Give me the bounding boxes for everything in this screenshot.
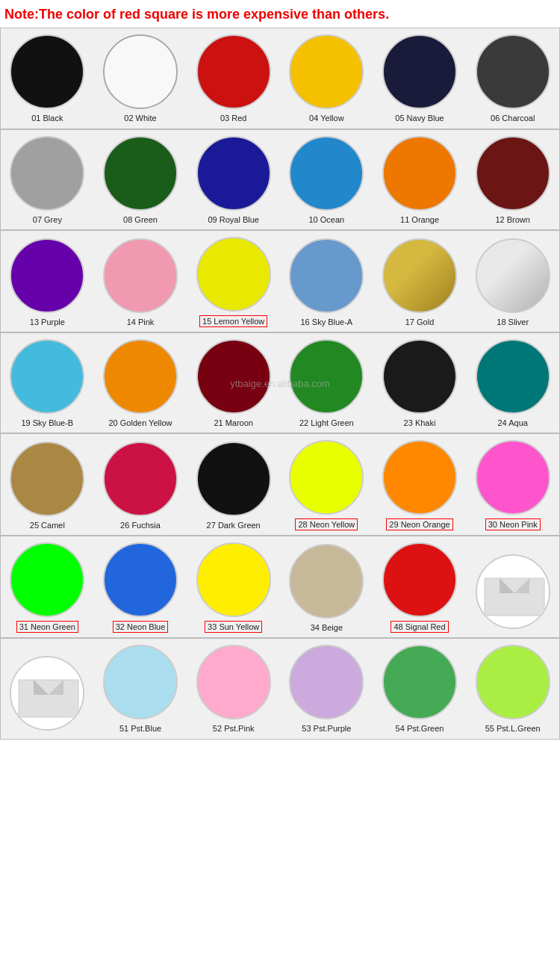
color-label-16: 16 Sky Blue-A: [301, 317, 353, 327]
color-label-04: 04 Yellow: [309, 113, 344, 123]
color-label-13: 13 Purple: [30, 317, 65, 327]
color-row-row5: 25 Camel26 Fuchsia27 Dark Green28 Neon Y…: [0, 433, 560, 536]
color-cell-12: 12 Brown: [466, 136, 559, 225]
color-swatch-55: [476, 645, 550, 719]
color-label-17: 17 Gold: [405, 317, 435, 327]
color-swatch-48: [382, 542, 457, 617]
color-cell-16: 16 Sky Blue-A: [280, 238, 373, 327]
color-swatch-27: [196, 442, 271, 516]
color-swatch-04: [289, 34, 364, 109]
color-label-11: 11 Orange: [400, 214, 439, 225]
color-swatch-14: [103, 238, 178, 313]
color-label-30: 30 Neon Pink: [485, 518, 541, 530]
color-cell-34: 34 Beige: [280, 544, 373, 633]
color-cell-17: 17 Gold: [373, 238, 467, 327]
color-label-01: 01 Black: [31, 113, 63, 123]
color-swatch-06: [476, 34, 550, 109]
color-row-row6: 31 Neon Green32 Neon Blue33 Sun Yellow34…: [0, 536, 560, 638]
color-label-31: 31 Neon Green: [16, 621, 78, 633]
color-cell-14: 14 Pink: [94, 238, 187, 327]
color-label-20: 20 Golden Yellow: [109, 418, 172, 428]
color-cell-51: 51 Pst.Blue: [94, 645, 187, 734]
color-swatch-11: [382, 136, 457, 211]
svg-marker-5: [19, 680, 78, 717]
color-label-06: 06 Charcoal: [491, 113, 535, 123]
color-cell-02: 02 White: [94, 34, 187, 123]
color-cell-11: 11 Orange: [373, 136, 467, 225]
color-cell-26: 26 Fuchsia: [94, 442, 187, 530]
color-swatch-02: [103, 34, 178, 109]
color-cell-48: 48 Signal Red: [373, 542, 467, 633]
color-cell-18: 18 Sliver: [466, 238, 559, 327]
color-label-14: 14 Pink: [127, 317, 155, 327]
color-swatch-21: [196, 339, 271, 414]
color-label-02: 02 White: [124, 113, 156, 123]
color-cell-13: 13 Purple: [1, 238, 94, 327]
color-cell-33: 33 Sun Yellow: [187, 542, 280, 633]
color-cell-08: 08 Green: [94, 136, 187, 225]
color-label-33: 33 Sun Yellow: [205, 621, 262, 633]
color-label-27: 27 Dark Green: [207, 520, 261, 530]
color-swatch-blank6: [476, 554, 550, 629]
color-row-row1: 01 Black02 White03 Red04 Yellow05 Navy B…: [0, 28, 560, 128]
color-label-25: 25 Camel: [30, 520, 65, 530]
color-swatch-24: [476, 339, 550, 414]
color-swatch-blank7: [10, 656, 84, 731]
color-swatch-53: [289, 645, 364, 719]
color-label-07: 07 Grey: [33, 214, 62, 225]
color-cell-30: 30 Neon Pink: [466, 440, 559, 530]
color-cell-25: 25 Camel: [1, 442, 94, 530]
color-swatch-01: [10, 34, 84, 109]
color-label-54: 54 Pst.Green: [396, 723, 444, 734]
color-cell-27: 27 Dark Green: [187, 442, 280, 530]
color-cell-21: 21 Maroon: [187, 339, 280, 428]
color-label-21: 21 Maroon: [214, 418, 253, 428]
color-row-row4: ytbaige.en.alibaba.com19 Sky Blue-B20 Go…: [0, 332, 560, 433]
color-label-15: 15 Lemon Yellow: [199, 315, 267, 327]
color-row-row7: 51 Pst.Blue52 Pst.Pink53 Pst.Purple54 Ps…: [0, 638, 560, 739]
color-cell-01: 01 Black: [1, 34, 94, 123]
svg-marker-1: [485, 578, 544, 616]
color-label-52: 52 Pst.Pink: [213, 723, 255, 734]
color-swatch-26: [103, 442, 178, 516]
color-label-53: 53 Pst.Purple: [302, 723, 351, 734]
color-cell-blank6: [466, 554, 559, 633]
color-swatch-10: [289, 136, 364, 211]
color-swatch-18: [476, 238, 550, 313]
color-cell-28: 28 Neon Yellow: [280, 440, 373, 530]
color-swatch-13: [10, 238, 84, 313]
color-swatch-07: [10, 136, 84, 211]
color-label-12: 12 Brown: [495, 214, 529, 225]
color-swatch-51: [103, 645, 178, 719]
color-cell-52: 52 Pst.Pink: [187, 645, 280, 734]
color-row-row2: 07 Grey08 Green09 Royal Blue10 Ocean11 O…: [0, 129, 560, 230]
color-label-55: 55 Pst.L.Green: [485, 723, 541, 734]
color-label-29: 29 Neon Orange: [386, 518, 452, 530]
color-swatch-09: [196, 136, 271, 211]
color-swatch-30: [476, 440, 550, 515]
color-swatch-31: [10, 542, 84, 617]
color-cell-09: 09 Royal Blue: [187, 136, 280, 225]
color-swatch-25: [10, 442, 84, 516]
color-swatch-08: [103, 136, 178, 211]
color-cell-54: 54 Pst.Green: [373, 645, 467, 734]
color-cell-23: 23 Khaki: [373, 339, 467, 428]
color-label-32: 32 Neon Blue: [113, 621, 169, 633]
color-label-51: 51 Pst.Blue: [119, 723, 161, 734]
color-cell-07: 07 Grey: [1, 136, 94, 225]
color-swatch-20: [103, 339, 178, 414]
color-cell-31: 31 Neon Green: [1, 542, 94, 633]
color-swatch-28: [289, 440, 364, 515]
color-label-24: 24 Aqua: [498, 418, 528, 428]
color-swatch-05: [382, 34, 457, 109]
note: Note:The color of red square is more exp…: [0, 0, 560, 28]
color-label-09: 09 Royal Blue: [208, 214, 259, 225]
color-label-28: 28 Neon Yellow: [295, 518, 358, 530]
color-cell-19: 19 Sky Blue-B: [1, 339, 94, 428]
color-cell-29: 29 Neon Orange: [373, 440, 467, 530]
color-swatch-03: [196, 34, 271, 109]
color-swatch-22: [289, 339, 364, 414]
color-cell-53: 53 Pst.Purple: [280, 645, 373, 734]
color-label-48: 48 Signal Red: [391, 621, 448, 633]
color-swatch-52: [196, 645, 271, 719]
